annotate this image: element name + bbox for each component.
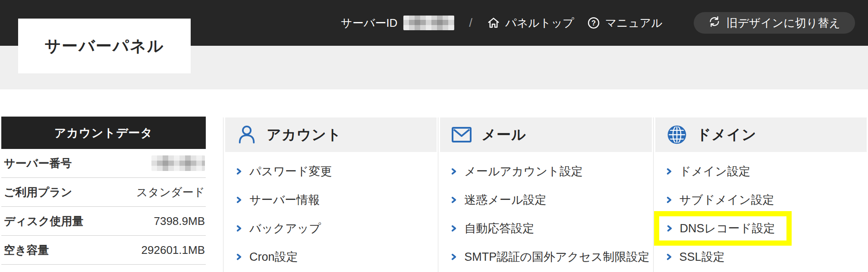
menu-link[interactable]: メールアカウント設定 — [438, 157, 653, 186]
menu-link[interactable]: SSL設定 — [654, 243, 868, 271]
mail-icon — [451, 124, 472, 145]
menu-column-header: メール — [440, 117, 651, 152]
logo-text: サーバーパネル — [44, 35, 164, 57]
chevron-right-icon — [236, 196, 242, 204]
account-data-row: サーバー番号 — [1, 149, 206, 178]
menu-column-links: ドメイン設定 サブドメイン設定 DNSレコード設定 — [654, 152, 868, 271]
chevron-right-icon — [450, 196, 457, 204]
chevron-right-icon — [450, 167, 457, 176]
globe-icon — [667, 124, 687, 145]
menu-column-3: ドメイン ドメイン設定 サブドメイン設定 — [653, 117, 868, 272]
chevron-right-icon — [666, 224, 673, 233]
chevron-right-icon — [666, 167, 673, 176]
help-icon: ? — [587, 16, 600, 29]
nav-panel-top-label: パネルトップ — [505, 16, 574, 31]
menu-link-label: 迷惑メール設定 — [464, 192, 546, 208]
chevron-right-icon — [450, 253, 457, 261]
menu-link-label: 自動応答設定 — [464, 221, 534, 236]
account-data-row: ご利用プラン スタンダード — [1, 178, 206, 207]
account-data-row: ディスク使用量 7398.9MB — [1, 207, 206, 236]
switch-old-design-label: 旧デザインに切り替え — [726, 16, 840, 31]
menu-link-label: バックアップ — [249, 221, 321, 236]
menu-link-label: Cron設定 — [249, 249, 298, 265]
menu-link[interactable]: Cron設定 — [223, 243, 438, 271]
chevron-right-icon — [236, 224, 242, 233]
menu-column-header: アカウント — [225, 117, 437, 152]
panel-menu: アカウント パスワード変更 サーバー情報 — [223, 117, 868, 272]
logo-card[interactable]: サーバーパネル — [18, 19, 191, 73]
account-data-row-value: 292601.1MB — [142, 244, 205, 257]
account-data-rows: サーバー番号 ご利用プラン スタンダード ディスク使用量 7398.9MB 空き… — [1, 149, 206, 265]
server-id-label: サーバーID — [341, 16, 397, 31]
server-id-group: サーバーID — [341, 16, 454, 31]
home-icon — [487, 16, 500, 29]
menu-link[interactable]: バックアップ — [223, 214, 438, 243]
switch-old-design-button[interactable]: 旧デザインに切り替え — [694, 12, 855, 34]
account-data-panel: アカウントデータ サーバー番号 ご利用プラン スタンダード ディスク使用量 73… — [1, 117, 206, 265]
menu-column-links: パスワード変更 サーバー情報 バックアップ — [223, 152, 438, 271]
masked-value — [151, 155, 205, 171]
chevron-right-icon — [666, 253, 673, 261]
menu-link[interactable]: サーバー情報 — [223, 186, 438, 214]
svg-text:?: ? — [591, 19, 596, 27]
chevron-right-icon — [236, 167, 242, 176]
menu-link-label: サブドメイン設定 — [679, 192, 774, 208]
menu-column-2: メール メールアカウント設定 迷惑メール設定 — [438, 117, 653, 272]
switch-design-icon — [708, 16, 720, 31]
menu-link-label: パスワード変更 — [249, 164, 332, 179]
account-data-row-value: スタンダード — [136, 185, 205, 200]
account-data-row-value: 7398.9MB — [154, 215, 205, 228]
account-data-title: アカウントデータ — [1, 117, 206, 149]
breadcrumb-separator: / — [467, 16, 474, 30]
account-data-row-label: ご利用プラン — [4, 185, 72, 200]
menu-column-title: ドメイン — [697, 125, 757, 145]
menu-link-label: メールアカウント設定 — [464, 164, 582, 179]
chevron-right-icon — [236, 253, 242, 261]
nav-panel-top[interactable]: パネルトップ — [487, 16, 574, 31]
chevron-right-icon — [450, 224, 457, 233]
menu-column-title: メール — [481, 125, 526, 145]
menu-link-highlighted[interactable]: DNSレコード設定 — [654, 214, 868, 243]
chevron-right-icon — [666, 196, 673, 204]
nav-manual-label: マニュアル — [605, 16, 663, 31]
menu-column-1: アカウント パスワード変更 サーバー情報 — [223, 117, 438, 272]
account-data-row-label: 空き容量 — [4, 243, 49, 258]
menu-link-label: サーバー情報 — [249, 192, 320, 208]
menu-link-label: ドメイン設定 — [679, 164, 751, 179]
menu-link-label: SMTP認証の国外アクセス制限設定 — [464, 249, 649, 265]
menu-link[interactable]: 迷惑メール設定 — [438, 186, 653, 214]
menu-link-label: SSL設定 — [679, 249, 725, 265]
account-data-row-label: サーバー番号 — [4, 156, 72, 171]
menu-link[interactable]: パスワード変更 — [223, 157, 438, 186]
menu-column-header: ドメイン — [655, 117, 867, 152]
server-panel-screen: サーバーID / パネルトップ ? マニュアル — [0, 0, 868, 272]
account-data-row: 空き容量 292601.1MB — [1, 236, 206, 265]
menu-column-title: アカウント — [267, 125, 342, 145]
nav-manual[interactable]: ? マニュアル — [587, 16, 663, 31]
menu-link[interactable]: ドメイン設定 — [654, 157, 868, 186]
user-icon — [236, 124, 257, 145]
menu-column-links: メールアカウント設定 迷惑メール設定 自動応答設定 — [438, 152, 653, 271]
server-id-masked-value — [403, 16, 454, 30]
menu-link-label: DNSレコード設定 — [680, 221, 775, 236]
menu-link[interactable]: SMTP認証の国外アクセス制限設定 — [438, 243, 653, 271]
account-data-row-label: ディスク使用量 — [4, 214, 83, 229]
menu-link[interactable]: 自動応答設定 — [438, 214, 653, 243]
menu-link[interactable]: サブドメイン設定 — [654, 186, 868, 214]
